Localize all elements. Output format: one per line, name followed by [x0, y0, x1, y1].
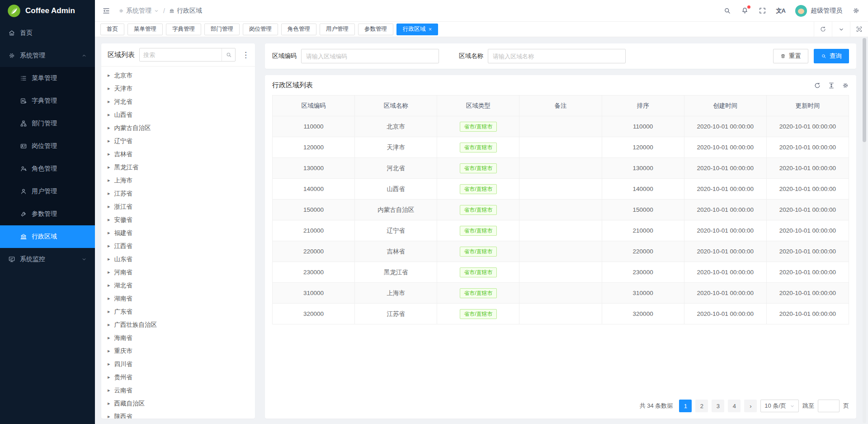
caret-right-icon[interactable]: ▸ — [108, 99, 110, 104]
settings-gear-icon[interactable] — [852, 7, 860, 14]
tree-item[interactable]: ▸ 河南省 — [101, 266, 255, 279]
page-button[interactable]: 2 — [695, 400, 708, 412]
sidebar-item-user-mgmt[interactable]: 用户管理 — [0, 180, 95, 203]
tab[interactable]: 岗位管理 — [243, 24, 278, 35]
tree-item[interactable]: ▸ 黑龙江省 — [101, 161, 255, 174]
tree-item[interactable]: ▸ 天津市 — [101, 82, 255, 95]
table-row[interactable]: 140000 山西省 省市/直辖市 140000 2020-10-01 00:0… — [273, 179, 849, 200]
scrollbar-thumb[interactable] — [863, 38, 866, 142]
tree-item[interactable]: ▸ 河北省 — [101, 95, 255, 108]
column-header[interactable]: 区域类型 — [437, 95, 519, 116]
tab-close-icon[interactable]: × — [429, 26, 432, 33]
column-header[interactable]: 创建时间 — [684, 95, 766, 116]
tree-item[interactable]: ▸ 广西壮族自治区 — [101, 318, 255, 331]
caret-right-icon[interactable]: ▸ — [108, 138, 110, 143]
search-button[interactable]: 查询 — [814, 49, 849, 63]
tree-item[interactable]: ▸ 吉林省 — [101, 148, 255, 161]
caret-right-icon[interactable]: ▸ — [108, 178, 110, 183]
caret-right-icon[interactable]: ▸ — [108, 217, 110, 222]
column-settings-gear-icon[interactable] — [842, 82, 849, 89]
search-icon[interactable] — [222, 48, 235, 61]
caret-right-icon[interactable]: ▸ — [108, 165, 110, 170]
more-options-icon[interactable]: ⋮ — [240, 51, 251, 59]
chevron-down-icon[interactable] — [832, 22, 850, 37]
tree-item[interactable]: ▸ 四川省 — [101, 357, 255, 371]
caret-right-icon[interactable]: ▸ — [108, 112, 110, 117]
tab[interactable]: 首页 — [100, 24, 124, 35]
tree-item[interactable]: ▸ 安徽省 — [101, 213, 255, 226]
tree-item[interactable]: ▸ 西藏自治区 — [101, 397, 255, 410]
column-header[interactable]: 区域编码 — [273, 95, 355, 116]
fullscreen-icon[interactable] — [759, 7, 766, 14]
table-row[interactable]: 210000 辽宁省 省市/直辖市 210000 2020-10-01 00:0… — [273, 220, 849, 241]
table-row[interactable]: 110000 北京市 省市/直辖市 110000 2020-10-01 00:0… — [273, 116, 849, 137]
tree-item[interactable]: ▸ 湖南省 — [101, 292, 255, 305]
sidebar-item-home[interactable]: 首页 — [0, 22, 95, 44]
reset-button[interactable]: 重置 — [773, 49, 808, 63]
table-row[interactable]: 310000 上海市 省市/直辖市 310000 2020-10-01 00:0… — [273, 283, 849, 304]
table-row[interactable]: 120000 天津市 省市/直辖市 120000 2020-10-01 00:0… — [273, 137, 849, 158]
tab[interactable]: 菜单管理 — [127, 24, 163, 35]
caret-right-icon[interactable]: ▸ — [108, 362, 110, 367]
column-header[interactable]: 排序 — [602, 95, 684, 116]
tab[interactable]: 字典管理 — [166, 24, 201, 35]
sidebar-group-monitor[interactable]: 系统监控 — [0, 248, 95, 271]
tree-item[interactable]: ▸ 贵州省 — [101, 371, 255, 384]
table-row[interactable]: 150000 内蒙古自治区 省市/直辖市 150000 2020-10-01 0… — [273, 200, 849, 220]
tab[interactable]: 参数管理 — [358, 24, 393, 35]
tab[interactable]: 行政区域 × — [396, 24, 438, 35]
region-name-input[interactable] — [488, 49, 626, 63]
caret-right-icon[interactable]: ▸ — [108, 296, 110, 301]
page-button[interactable]: 4 — [728, 400, 741, 412]
tree-item[interactable]: ▸ 浙江省 — [101, 200, 255, 213]
tree-item[interactable]: ▸ 湖北省 — [101, 279, 255, 292]
translate-icon[interactable]: 文A — [776, 7, 785, 15]
caret-right-icon[interactable]: ▸ — [108, 230, 110, 235]
sidebar-item-role-mgmt[interactable]: 角色管理 — [0, 157, 95, 180]
column-header[interactable]: 区域名称 — [355, 95, 437, 116]
sidebar-item-post-mgmt[interactable]: 岗位管理 — [0, 135, 95, 157]
sidebar-item-dict-mgmt[interactable]: 字典管理 — [0, 90, 95, 112]
maximize-icon[interactable] — [850, 22, 868, 37]
table-row[interactable]: 320000 江苏省 省市/直辖市 320000 2020-10-01 00:0… — [273, 304, 849, 324]
tree-item[interactable]: ▸ 江苏省 — [101, 187, 255, 200]
caret-right-icon[interactable]: ▸ — [108, 243, 110, 248]
tab[interactable]: 用户管理 — [320, 24, 355, 35]
caret-right-icon[interactable]: ▸ — [108, 257, 110, 262]
table-row[interactable]: 220000 吉林省 省市/直辖市 220000 2020-10-01 00:0… — [273, 241, 849, 262]
caret-right-icon[interactable]: ▸ — [108, 309, 110, 314]
sidebar-item-menu-mgmt[interactable]: 菜单管理 — [0, 67, 95, 90]
sidebar-item-param-mgmt[interactable]: 参数管理 — [0, 203, 95, 225]
caret-right-icon[interactable]: ▸ — [108, 204, 110, 209]
caret-right-icon[interactable]: ▸ — [108, 191, 110, 196]
page-button[interactable]: 1 — [679, 400, 692, 412]
region-code-input[interactable] — [301, 49, 439, 63]
table-row[interactable]: 130000 河北省 省市/直辖市 130000 2020-10-01 00:0… — [273, 158, 849, 179]
tree-item[interactable]: ▸ 辽宁省 — [101, 134, 255, 148]
window-scrollbar[interactable] — [863, 38, 866, 423]
caret-right-icon[interactable]: ▸ — [108, 73, 110, 78]
caret-right-icon[interactable]: ▸ — [108, 125, 110, 130]
caret-right-icon[interactable]: ▸ — [108, 335, 110, 340]
tree-item[interactable]: ▸ 云南省 — [101, 384, 255, 397]
tab[interactable]: 部门管理 — [204, 24, 240, 35]
tree-item[interactable]: ▸ 山东省 — [101, 252, 255, 266]
column-height-icon[interactable] — [828, 82, 835, 89]
notification-bell-icon[interactable] — [741, 7, 749, 14]
tree-item[interactable]: ▸ 海南省 — [101, 331, 255, 344]
page-button[interactable]: › — [744, 400, 757, 412]
breadcrumb-section[interactable]: 系统管理 — [118, 7, 159, 15]
caret-right-icon[interactable]: ▸ — [108, 86, 110, 91]
caret-right-icon[interactable]: ▸ — [108, 375, 110, 380]
column-header[interactable]: 备注 — [519, 95, 602, 116]
tree-item[interactable]: ▸ 上海市 — [101, 174, 255, 187]
refresh-icon[interactable] — [814, 82, 821, 89]
tree-item[interactable]: ▸ 江西省 — [101, 239, 255, 252]
column-header[interactable]: 更新时间 — [766, 95, 849, 116]
search-icon[interactable] — [723, 7, 731, 14]
tab[interactable]: 角色管理 — [281, 24, 316, 35]
menu-fold-icon[interactable] — [100, 5, 112, 17]
tree-item[interactable]: ▸ 广东省 — [101, 305, 255, 318]
caret-right-icon[interactable]: ▸ — [108, 401, 110, 406]
caret-right-icon[interactable]: ▸ — [108, 283, 110, 288]
